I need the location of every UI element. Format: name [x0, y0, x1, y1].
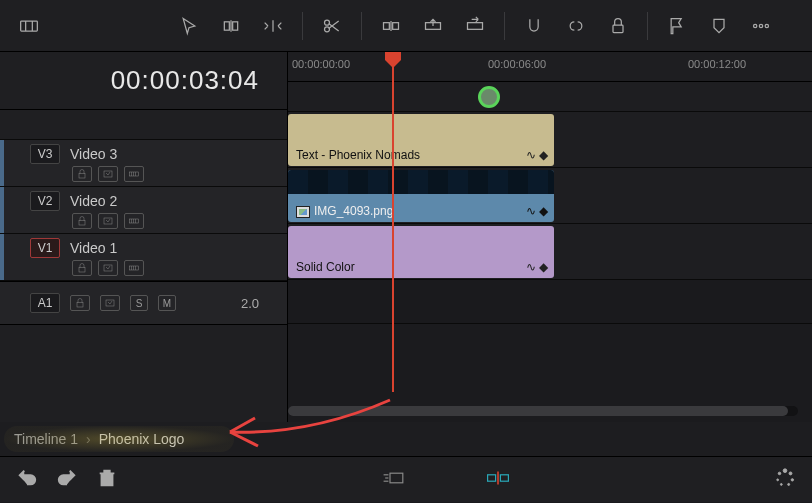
auto-select-toggle-icon[interactable] — [98, 260, 118, 276]
breadcrumb-bar: Timeline 1 › Phoenix Logo — [0, 422, 812, 456]
overwrite-clip-icon[interactable] — [416, 9, 450, 43]
clip-keyframe-icons[interactable]: ∿ ◆ — [526, 204, 548, 218]
svg-point-48 — [789, 471, 792, 474]
clip-keyframe-icons[interactable]: ∿ ◆ — [526, 148, 548, 162]
ruler-tick: 00:00:00:00 — [292, 58, 350, 70]
clip-thumbnail-strip — [288, 170, 554, 194]
track-badge-v3[interactable]: V3 — [30, 144, 60, 164]
svg-point-51 — [780, 483, 782, 485]
svg-point-18 — [759, 24, 762, 27]
video-mute-toggle-icon[interactable] — [124, 260, 144, 276]
track-lane-v1[interactable]: Solid Color ∿ ◆ — [288, 224, 812, 280]
mute-toggle-icon[interactable]: M — [158, 295, 176, 311]
auto-select-toggle-icon[interactable] — [98, 213, 118, 229]
track-header-v2[interactable]: V2 Video 2 — [0, 187, 287, 234]
dynamic-trim-tool-icon[interactable] — [256, 9, 290, 43]
trim-edit-tool-icon[interactable] — [214, 9, 248, 43]
track-lane-spacer — [288, 82, 812, 112]
scrollbar-thumb[interactable] — [288, 406, 788, 416]
toolbar-separator — [361, 12, 362, 40]
more-options-icon[interactable] — [744, 9, 778, 43]
delete-button[interactable] — [96, 467, 118, 493]
track-lane-v3[interactable]: Text - Phoenix Nomads ∿ ◆ — [288, 112, 812, 168]
timeline-canvas[interactable]: 00:00:00:00 00:00:06:00 00:00:12:00 Text… — [288, 52, 812, 422]
svg-point-53 — [778, 472, 781, 475]
video-mute-toggle-icon[interactable] — [124, 166, 144, 182]
timeline-split-view-icon[interactable] — [486, 469, 510, 491]
flag-marker-icon[interactable] — [660, 9, 694, 43]
svg-rect-11 — [384, 22, 390, 29]
track-header-v3[interactable]: V3 Video 3 — [0, 140, 287, 187]
lock-icon[interactable] — [601, 9, 635, 43]
svg-rect-16 — [613, 25, 623, 32]
marker-circle-icon[interactable] — [478, 86, 500, 108]
track-header-spacer — [0, 110, 287, 140]
ruler-tick: 00:00:12:00 — [688, 58, 746, 70]
auto-select-toggle-icon[interactable] — [100, 295, 120, 311]
lock-toggle-icon[interactable] — [72, 213, 92, 229]
redo-button[interactable] — [56, 467, 78, 493]
track-badge-a1[interactable]: A1 — [30, 293, 60, 313]
track-badge-v2[interactable]: V2 — [30, 191, 60, 211]
svg-rect-32 — [79, 268, 85, 273]
lock-toggle-icon[interactable] — [72, 166, 92, 182]
time-ruler[interactable]: 00:00:00:00 00:00:06:00 00:00:12:00 — [288, 52, 812, 82]
svg-point-17 — [754, 24, 757, 27]
clip-keyframe-icons[interactable]: ∿ ◆ — [526, 260, 548, 274]
blade-tool-icon[interactable] — [315, 9, 349, 43]
svg-rect-38 — [77, 303, 83, 308]
linked-selection-icon[interactable] — [559, 9, 593, 43]
horizontal-scrollbar[interactable] — [288, 406, 798, 416]
video-mute-toggle-icon[interactable] — [124, 213, 144, 229]
track-badge-v1[interactable]: V1 — [30, 238, 60, 258]
track-header-a1[interactable]: A1 S M 2.0 — [0, 281, 287, 325]
toolbar-separator — [302, 12, 303, 40]
selection-tool-icon[interactable] — [172, 9, 206, 43]
svg-rect-22 — [130, 172, 139, 176]
undo-button[interactable] — [16, 467, 38, 493]
clip-label: Text - Phoenix Nomads — [296, 148, 546, 162]
svg-rect-33 — [104, 265, 112, 271]
marker-icon[interactable] — [702, 9, 736, 43]
svg-point-52 — [777, 478, 779, 480]
solo-toggle-icon[interactable]: S — [130, 295, 148, 311]
clip-text-title[interactable]: Text - Phoenix Nomads ∿ ◆ — [288, 114, 554, 166]
auto-select-toggle-icon[interactable] — [98, 166, 118, 182]
svg-point-47 — [783, 468, 787, 472]
replace-clip-icon[interactable] — [458, 9, 492, 43]
snapping-toggle-icon[interactable] — [517, 9, 551, 43]
clip-label: IMG_4093.png — [314, 204, 393, 218]
breadcrumb-current[interactable]: Phoenix Logo — [99, 431, 185, 447]
svg-rect-0 — [21, 21, 38, 31]
lock-toggle-icon[interactable] — [72, 260, 92, 276]
toolbar-separator — [504, 12, 505, 40]
top-toolbar — [0, 0, 812, 52]
svg-point-19 — [765, 24, 768, 27]
svg-rect-3 — [224, 21, 229, 29]
insert-clip-icon[interactable] — [374, 9, 408, 43]
svg-rect-28 — [130, 219, 139, 223]
track-name-v2[interactable]: Video 2 — [70, 193, 277, 209]
audio-channel-config[interactable]: 2.0 — [241, 296, 259, 311]
playhead[interactable] — [392, 52, 394, 392]
track-name-v1[interactable]: Video 1 — [70, 240, 277, 256]
clip-solid-color[interactable]: Solid Color ∿ ◆ — [288, 226, 554, 278]
track-lane-a1[interactable] — [288, 280, 812, 324]
track-name-v3[interactable]: Video 3 — [70, 146, 277, 162]
svg-rect-27 — [104, 218, 112, 224]
clip-image[interactable]: IMG_4093.png ∿ ◆ — [288, 170, 554, 222]
svg-rect-20 — [79, 174, 85, 179]
svg-rect-44 — [488, 474, 496, 480]
svg-point-50 — [788, 483, 790, 485]
track-lane-v2[interactable]: IMG_4093.png ∿ ◆ — [288, 168, 812, 224]
timecode-display[interactable]: 00:00:03:04 — [0, 52, 287, 110]
track-header-v1[interactable]: V1 Video 1 — [0, 234, 287, 281]
svg-rect-12 — [393, 22, 399, 29]
svg-rect-45 — [500, 474, 508, 480]
timeline-view-mode-icon[interactable] — [382, 469, 406, 491]
settings-loading-icon[interactable] — [774, 467, 796, 493]
workspace-layout-button[interactable] — [12, 9, 46, 43]
chevron-right-icon: › — [86, 431, 91, 447]
lock-toggle-icon[interactable] — [70, 295, 90, 311]
breadcrumb-root[interactable]: Timeline 1 — [14, 431, 78, 447]
